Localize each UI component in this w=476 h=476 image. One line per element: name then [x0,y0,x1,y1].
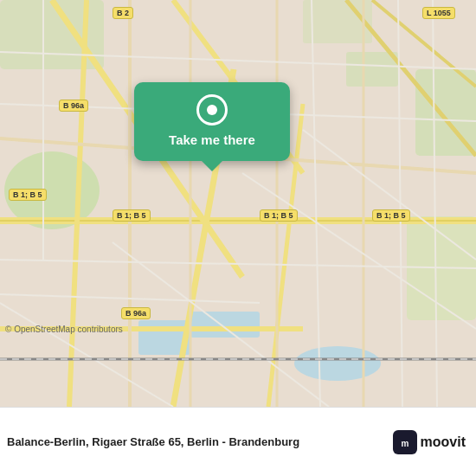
road-badge-b96a-bot: B 96a [121,307,151,319]
svg-text:m: m [401,439,408,448]
bottom-bar: Balance-Berlin, Rigaer Straße 65, Berlin… [0,407,476,476]
moovit-logo: m moovit [393,430,466,454]
road-badge-b2: B 2 [113,7,133,19]
road-badge-b1b5-right1: B 1; B 5 [260,209,298,222]
location-pin-icon [196,94,228,125]
take-me-there-button[interactable]: Take me there [134,82,290,161]
moovit-brand-text: moovit [421,434,466,450]
location-info: Balance-Berlin, Rigaer Straße 65, Berlin… [7,435,393,448]
moovit-icon: m [393,430,417,454]
road-badge-b96a-top: B 96a [59,100,88,112]
map-container: B 2 B 96a B 1; B 5 B 1; B 5 B 1; B 5 B 1… [0,0,476,407]
svg-rect-5 [346,52,398,87]
road-badge-b1b5-mid: B 1; B 5 [113,209,151,222]
map-background [0,0,476,407]
location-name: Balance-Berlin, Rigaer Straße 65, Berlin… [7,435,393,448]
svg-point-9 [294,346,381,381]
road-badge-l1055: L 1055 [422,7,455,19]
callout-label: Take me there [169,132,255,147]
svg-rect-8 [190,312,260,338]
map-copyright: © OpenStreetMap contributors [5,325,123,334]
road-badge-b1b5-right2: B 1; B 5 [372,209,410,222]
road-badge-b1b5-left: B 1; B 5 [9,189,47,201]
pin-center [207,105,217,115]
